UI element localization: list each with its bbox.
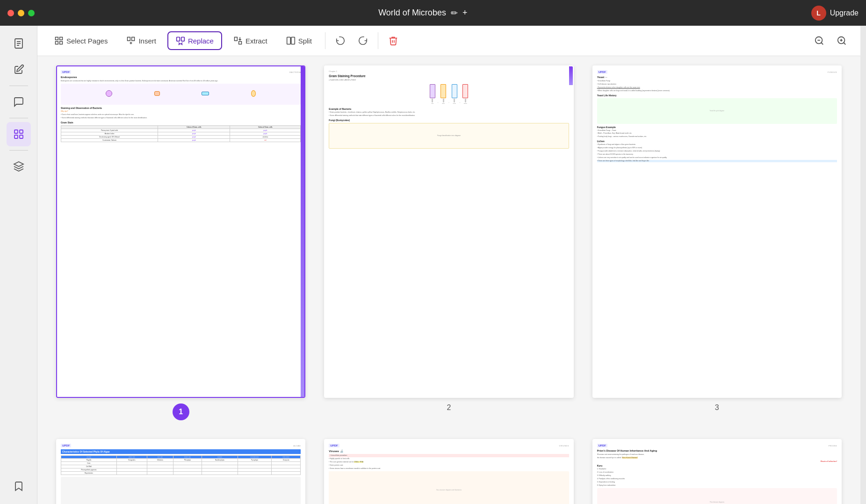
left-sidebar	[0, 26, 37, 504]
sidebar-divider-3	[9, 150, 28, 151]
page-4-content: UPDF ALGAE Characteristics Of Selected P…	[57, 440, 304, 504]
svg-rect-12	[60, 42, 63, 44]
page-grid: UPDF BACTERIA Endospores Endospores are …	[37, 56, 860, 504]
svg-rect-10	[60, 37, 63, 40]
svg-rect-5	[20, 130, 23, 133]
page-thumb-3[interactable]: UPDF FUNGUS Yeast ← • Unicellular Fungi …	[592, 65, 842, 398]
minimize-button[interactable]	[18, 10, 24, 16]
maximize-button[interactable]	[28, 10, 35, 16]
sidebar-divider-2	[9, 118, 28, 118]
rotate-left-button[interactable]	[331, 31, 350, 50]
page-item-1[interactable]: UPDF BACTERIA Endospores Endospores are …	[56, 65, 305, 420]
page-thumb-4[interactable]: UPDF ALGAE Characteristics Of Selected P…	[56, 439, 305, 504]
svg-rect-13	[128, 37, 130, 41]
sidebar-item-bookmark[interactable]	[7, 474, 31, 498]
svg-rect-18	[181, 37, 185, 41]
sidebar-item-document[interactable]	[7, 31, 31, 56]
svg-line-29	[844, 43, 845, 44]
page-5-content: UPDF VIRUSES Viruses 🔬 • Intracellular p…	[325, 440, 572, 504]
page-1-number: 1	[173, 403, 189, 420]
insert-button[interactable]: Insert	[119, 32, 164, 49]
zoom-in-button[interactable]	[832, 31, 851, 50]
svg-rect-14	[132, 37, 135, 41]
page-2-number: 2	[447, 403, 451, 412]
titlebar-title-area: World of Microbes ✏ +	[40, 8, 806, 18]
app-title: World of Microbes	[378, 8, 446, 18]
page-thumb-2[interactable]: Chapter 1 Gram Staining Procedure ● Crys…	[324, 65, 573, 398]
svg-rect-22	[287, 37, 290, 44]
sidebar-item-pages[interactable]	[7, 122, 31, 146]
split-label: Split	[298, 37, 312, 45]
sidebar-item-edit[interactable]	[7, 58, 31, 82]
rotate-right-button[interactable]	[354, 31, 372, 50]
page-item-4[interactable]: UPDF ALGAE Characteristics Of Selected P…	[56, 439, 305, 504]
app-container: Select Pages Insert Replace	[0, 26, 866, 504]
page-2-content: Chapter 1 Gram Staining Procedure ● Crys…	[325, 66, 572, 397]
page-3-number: 3	[715, 403, 719, 412]
page-thumb-6[interactable]: UPDF PRIONS Prion's Disease Of Human Inh…	[592, 439, 842, 504]
page-3-content: UPDF FUNGUS Yeast ← • Unicellular Fungi …	[593, 66, 841, 397]
insert-label: Insert	[138, 37, 156, 45]
svg-rect-21	[239, 42, 242, 44]
split-button[interactable]: Split	[279, 32, 319, 49]
svg-rect-4	[14, 130, 18, 133]
page-item-3[interactable]: UPDF FUNGUS Yeast ← • Unicellular Fungi …	[592, 65, 842, 420]
svg-line-26	[821, 43, 823, 44]
page-item-5[interactable]: UPDF VIRUSES Viruses 🔬 • Intracellular p…	[324, 439, 573, 504]
add-tab-button[interactable]: +	[462, 8, 468, 18]
page-1-accent	[301, 66, 304, 397]
traffic-lights	[7, 10, 35, 16]
svg-rect-23	[291, 37, 295, 44]
page-item-6[interactable]: UPDF PRIONS Prion's Disease Of Human Inh…	[592, 439, 842, 504]
titlebar: World of Microbes ✏ + L Upgrade	[0, 0, 866, 26]
sidebar-item-layers[interactable]	[7, 154, 31, 179]
extract-label: Extract	[245, 37, 267, 45]
select-pages-button[interactable]: Select Pages	[47, 32, 115, 49]
close-button[interactable]	[7, 10, 14, 16]
svg-rect-20	[234, 37, 237, 41]
extract-button[interactable]: Extract	[226, 32, 275, 49]
page-1-content: UPDF BACTERIA Endospores Endospores are …	[57, 66, 304, 397]
upgrade-label: Upgrade	[830, 9, 859, 17]
svg-marker-8	[14, 162, 23, 166]
svg-rect-6	[14, 135, 18, 138]
replace-button[interactable]: Replace	[167, 31, 222, 50]
upgrade-area[interactable]: L Upgrade	[811, 6, 859, 21]
scrollbar-track[interactable]	[860, 26, 866, 504]
content-area: Select Pages Insert Replace	[37, 26, 860, 504]
delete-button[interactable]	[384, 31, 403, 50]
svg-rect-9	[56, 37, 58, 40]
zoom-out-button[interactable]	[810, 31, 829, 50]
toolbar: Select Pages Insert Replace	[37, 26, 860, 56]
select-pages-label: Select Pages	[66, 37, 108, 45]
replace-label: Replace	[188, 37, 214, 45]
title-edit-icon[interactable]: ✏	[451, 8, 458, 18]
user-avatar: L	[811, 6, 826, 21]
svg-rect-17	[177, 37, 180, 41]
svg-rect-7	[20, 135, 23, 138]
page-thumb-1[interactable]: UPDF BACTERIA Endospores Endospores are …	[56, 65, 305, 398]
page-6-content: UPDF PRIONS Prion's Disease Of Human Inh…	[593, 440, 841, 504]
sidebar-item-comment[interactable]	[7, 90, 31, 114]
toolbar-divider-1	[325, 32, 325, 49]
svg-rect-11	[56, 42, 58, 44]
sidebar-divider	[9, 86, 28, 86]
page-item-2[interactable]: Chapter 1 Gram Staining Procedure ● Crys…	[324, 65, 573, 420]
toolbar-divider-2	[378, 32, 378, 49]
page-thumb-5[interactable]: UPDF VIRUSES Viruses 🔬 • Intracellular p…	[324, 439, 573, 504]
